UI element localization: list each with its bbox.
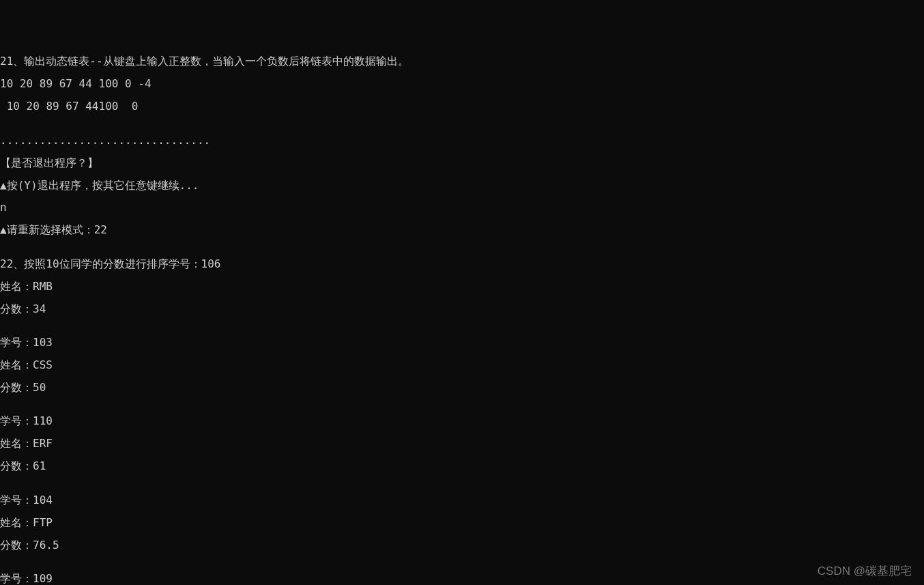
output-line: 分数：76.5 [0,540,924,551]
output-line: 22、按照10位同学的分数进行排序学号：106 [0,259,924,270]
output-line: 分数：50 [0,382,924,393]
output-line: 21、输出动态链表--从键盘上输入正整数，当输入一个负数后将链表中的数据输出。 [0,56,924,67]
output-line: ................................ [0,135,924,146]
output-line: 分数：61 [0,461,924,472]
output-line: 10 20 89 67 44100 0 [0,101,924,112]
terminal-output[interactable]: 21、输出动态链表--从键盘上输入正整数，当输入一个负数后将链表中的数据输出。 … [0,45,924,585]
watermark-text: CSDN @碳基肥宅 [818,565,912,577]
output-line: 姓名：RMB [0,281,924,292]
output-line: 10 20 89 67 44 100 0 -4 [0,79,924,89]
output-line: 学号：103 [0,337,924,348]
output-line: 【是否退出程序？】 [0,158,924,169]
output-line: 姓名：CSS [0,360,924,371]
output-line: 学号：110 [0,416,924,427]
output-line: 姓名：FTP [0,517,924,528]
output-line: ▲请重新选择模式：22 [0,225,924,236]
output-line: ▲按(Y)退出程序，按其它任意键继续... [0,180,924,191]
output-line: 学号：109 [0,573,924,584]
output-line: n [0,202,924,213]
output-line: 学号：104 [0,495,924,506]
output-line: 姓名：ERF [0,438,924,449]
output-line: 分数：34 [0,304,924,315]
